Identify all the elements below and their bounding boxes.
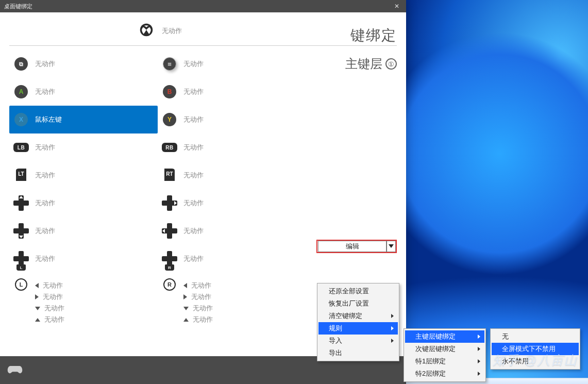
binding-label: 无动作 (35, 226, 55, 236)
menu-item-fullscreen-no-disable[interactable]: 全屏模式下不禁用 (492, 343, 579, 355)
row-lb[interactable]: LB 无动作 (9, 133, 158, 161)
triangle-right-icon (183, 294, 187, 299)
row-y-button[interactable]: Y 无动作 (158, 106, 306, 133)
layer-badge: ① (385, 58, 397, 70)
xbox-guide-icon (139, 23, 154, 39)
row-b-button[interactable]: B 无动作 (158, 78, 306, 106)
menu-item-none[interactable]: 无 (492, 330, 579, 343)
binding-label: 无动作 (35, 171, 55, 180)
binding-label: 鼠标左键 (35, 115, 62, 124)
binding-label: 无动作 (183, 115, 204, 124)
xbox-guide-row[interactable]: 无动作 (9, 23, 397, 39)
menu-item-special2-layer[interactable]: 特2层绑定 (405, 368, 484, 380)
binding-label: 无动作 (183, 226, 204, 236)
binding-label: 无动作 (183, 254, 204, 263)
triangle-right-icon (35, 294, 39, 299)
left-stick-icon: L (15, 278, 27, 291)
titlebar[interactable]: 桌面键绑定 ✕ (0, 0, 406, 12)
menu-button-icon: ≡ (163, 57, 176, 71)
binding-label: 无动作 (35, 143, 55, 152)
right-stick-icon: R (163, 278, 176, 291)
row-menu-button[interactable]: ≡ 无动作 (158, 50, 306, 78)
svg-text:LT: LT (18, 171, 24, 177)
x-button-icon: X (14, 113, 28, 126)
binding-label: 无动作 (183, 143, 204, 152)
row-left-stick[interactable]: L 无动作 无动作 无动作 无动作 (9, 273, 158, 324)
binding-label: 无动作 (183, 171, 204, 180)
binding-label: 无动作 (35, 198, 55, 208)
binding-label: 无动作 (35, 59, 55, 69)
row-rt[interactable]: RT 无动作 (158, 161, 306, 189)
lb-icon: LB (13, 143, 29, 152)
menu-item-export[interactable]: 导出 (318, 347, 398, 359)
row-dpad-l[interactable]: L 无动作 (9, 245, 158, 273)
dpad-right-icon (162, 195, 177, 211)
xbox-guide-action: 无动作 (162, 26, 182, 36)
rb-icon: RB (162, 143, 177, 152)
lt-icon: LT (13, 168, 29, 183)
row-view-button[interactable]: ⧉ 无动作 (9, 50, 158, 78)
page-subtitle: 主键层 ① (345, 56, 397, 72)
row-rb[interactable]: RB 无动作 (158, 133, 306, 161)
y-button-icon: Y (163, 113, 176, 126)
row-dpad-down[interactable]: 无动作 (9, 217, 158, 245)
dpad-r-icon: R (162, 251, 177, 266)
header-right: 键绑定 主键层 ① (345, 26, 397, 72)
context-menu-rules[interactable]: 主键层键绑定 次键层键绑定 特1层绑定 特2层绑定 (404, 328, 486, 382)
divider (9, 45, 397, 46)
a-button-icon: A (14, 85, 28, 98)
menu-item-rules[interactable]: 规则 (318, 322, 398, 335)
row-right-stick[interactable]: R 无动作 无动作 无动作 无动作 (158, 273, 306, 324)
left-stick-directions: 无动作 无动作 无动作 无动作 (35, 278, 64, 324)
menu-item-import[interactable]: 导入 (318, 335, 398, 347)
triangle-up-icon (35, 318, 40, 322)
dpad-left-icon (162, 223, 177, 239)
row-dpad-right[interactable]: 无动作 (158, 189, 306, 217)
triangle-up-icon (183, 318, 189, 322)
row-a-button[interactable]: A 无动作 (9, 78, 158, 106)
binding-label: 无动作 (35, 87, 55, 96)
rt-icon: RT (162, 168, 177, 183)
row-dpad-up[interactable]: 无动作 (9, 189, 158, 217)
binding-label: 无动作 (183, 59, 204, 69)
page-title: 键绑定 (345, 26, 397, 45)
triangle-left-icon (183, 283, 187, 288)
menu-item-always-disable[interactable]: 永不禁用 (492, 355, 579, 368)
binding-label: 无动作 (35, 254, 55, 263)
context-menu-primary-layer[interactable]: 无 全屏模式下不禁用 永不禁用 (490, 328, 580, 370)
binding-label: 无动作 (183, 87, 204, 96)
edit-button-label: 编辑 (318, 241, 387, 252)
dpad-down-icon (13, 223, 29, 239)
triangle-down-icon (183, 307, 189, 310)
row-lt[interactable]: LT 无动作 (9, 161, 158, 189)
chevron-down-icon[interactable] (387, 241, 396, 252)
menu-item-restore-all[interactable]: 还原全部设置 (318, 285, 398, 297)
right-stick-directions: 无动作 无动作 无动作 无动作 (183, 278, 213, 324)
row-dpad-r[interactable]: R 无动作 (158, 245, 306, 273)
view-button-icon: ⧉ (14, 57, 28, 71)
triangle-down-icon (35, 307, 40, 310)
svg-text:RT: RT (166, 171, 173, 177)
context-menu-edit[interactable]: 还原全部设置 恢复出厂设置 清空键绑定 规则 导入 导出 (317, 283, 399, 361)
b-button-icon: B (163, 85, 176, 98)
triangle-left-icon (35, 283, 39, 288)
binding-label: 无动作 (183, 198, 204, 208)
row-dpad-left[interactable]: 无动作 (158, 217, 306, 245)
controller-icon (7, 364, 23, 376)
window-title: 桌面键绑定 (4, 3, 32, 10)
dpad-up-icon (13, 195, 29, 211)
menu-item-clear-bindings[interactable]: 清空键绑定 (318, 310, 398, 322)
dpad-l-icon: L (13, 251, 29, 266)
close-icon[interactable]: ✕ (392, 3, 402, 10)
menu-item-primary-layer[interactable]: 主键层键绑定 (405, 330, 484, 343)
edit-dropdown-button[interactable]: 编辑 (316, 240, 397, 253)
menu-item-special1-layer[interactable]: 特1层绑定 (405, 355, 484, 368)
row-x-button[interactable]: X 鼠标左键 (9, 106, 158, 133)
menu-item-secondary-layer[interactable]: 次键层键绑定 (405, 343, 484, 355)
menu-item-factory-reset[interactable]: 恢复出厂设置 (318, 297, 398, 310)
